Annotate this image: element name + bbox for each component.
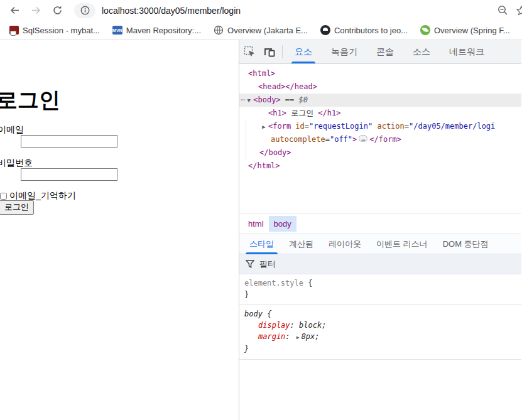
forward-button[interactable] [28, 3, 44, 19]
email-field[interactable] [21, 135, 117, 148]
tree-node-h1[interactable]: <h1> 로그인 </h1> [239, 107, 521, 120]
bookmark-this-button[interactable] [513, 3, 522, 19]
tree-node-body-close[interactable]: </body> [239, 146, 521, 159]
tab-computed[interactable]: 계산됨 [281, 234, 321, 254]
inline-expander-icon[interactable]: … [359, 135, 367, 142]
styles-tabbar: 스타일 계산됨 레이아웃 이벤트 리스너 DOM 중단점 [239, 234, 521, 254]
login-button[interactable]: 로그인 [0, 200, 34, 215]
bookmark-spring-2[interactable]: Overview [519, 23, 522, 38]
devtools-tabbar: 요소 녹음기 콘솔 소스 네트워크 [239, 40, 521, 64]
spring-icon [420, 25, 430, 35]
selected-node-hint: == $0 [285, 95, 308, 104]
remember-email-checkbox[interactable] [0, 193, 7, 200]
bookmark-sqlsession[interactable]: SqlSession - mybat... [5, 23, 104, 38]
indent-guide [246, 133, 246, 146]
page-viewport: 로그인 이메일 비밀번호 이메일_기억하기 로그인 [0, 40, 239, 420]
tabbar-separator [282, 45, 283, 58]
inspect-cursor-icon [244, 46, 256, 58]
tree-node-form-wrap[interactable]: autocomplete="off">…</form> [239, 133, 521, 146]
styles-pane: element.style { } body { display: block;… [239, 274, 521, 420]
reload-button[interactable] [49, 3, 65, 19]
password-label: 비밀번호 [0, 158, 33, 169]
element-style-selector: element.style [244, 279, 308, 288]
tab-network[interactable]: 네트워크 [440, 40, 494, 63]
bookmark-label: Contributors to jeo... [334, 26, 408, 35]
tab-console[interactable]: 콘솔 [367, 40, 403, 63]
indent-guide [246, 146, 246, 159]
tab-layout[interactable]: 레이아웃 [321, 234, 369, 254]
globe-icon [214, 25, 224, 35]
info-icon [80, 6, 90, 15]
github-icon [320, 25, 330, 35]
bookmark-jakarta[interactable]: Overview (Jakarta E... [210, 23, 312, 38]
bookmark-maven[interactable]: MVN Maven Repository:... [109, 23, 205, 38]
bookmark-spring[interactable]: Overview (Spring F... [416, 23, 514, 38]
tree-node-form[interactable]: ▶<form id="requestLogin" action="/day05/… [239, 120, 521, 133]
css-property-display[interactable]: display: block; [244, 320, 516, 331]
browser-toolbar: localhost:3000/day05/member/login [0, 0, 522, 21]
star-icon [516, 5, 522, 16]
bookmark-label: Overview (Jakarta E... [227, 26, 308, 35]
indent-guide [246, 120, 246, 133]
dom-breadcrumbs: html body [239, 213, 521, 234]
collapsed-arrow-icon[interactable]: ▶ [259, 121, 268, 133]
password-field[interactable] [21, 168, 117, 181]
user-agent-body-rule[interactable]: body { display: block; margin: ▶8px; } [239, 305, 521, 360]
tab-recorder[interactable]: 녹음기 [322, 40, 367, 63]
bookmark-github[interactable]: Contributors to jeo... [317, 23, 411, 38]
bookmarks-bar: SqlSession - mybat... MVN Maven Reposito… [0, 21, 522, 40]
email-label: 이메일 [0, 124, 24, 136]
mybatis-icon [9, 25, 19, 35]
maven-icon: MVN [112, 25, 122, 35]
expand-arrow-icon[interactable]: ▼ [244, 94, 253, 107]
zoom-out-icon [498, 5, 508, 16]
site-info-chip[interactable] [74, 3, 95, 18]
tab-dom-breakpoints[interactable]: DOM 중단점 [435, 234, 496, 254]
device-toolbar-icon [263, 46, 276, 58]
tab-elements[interactable]: 요소 [285, 40, 322, 63]
filter-funnel-icon [246, 260, 254, 268]
tab-styles[interactable]: 스타일 [242, 234, 281, 254]
zoom-out-button[interactable] [494, 3, 511, 19]
bookmark-label: Overview (Spring F... [434, 26, 510, 35]
breadcrumb-body[interactable]: body [269, 216, 296, 232]
expand-property-icon[interactable]: ▶ [296, 332, 300, 343]
element-style-rule[interactable]: element.style { } [239, 274, 521, 305]
tree-node-head[interactable]: <head></head> [239, 80, 521, 94]
device-toolbar-button[interactable] [259, 40, 280, 63]
address-bar[interactable]: localhost:3000/day05/member/login [73, 2, 493, 19]
tab-event-listeners[interactable]: 이벤트 리스너 [369, 234, 435, 254]
url-text[interactable]: localhost:3000/day05/member/login [102, 6, 241, 16]
bookmark-label: SqlSession - mybat... [23, 26, 100, 35]
body-rule-selector: body [244, 310, 267, 318]
back-arrow-icon [9, 5, 20, 16]
tree-node-html-close[interactable]: </html> [239, 159, 521, 173]
page-title: 로그인 [0, 86, 60, 115]
devtools-panel: 요소 녹음기 콘솔 소스 네트워크 <html> <head></head> ⋯… [239, 40, 521, 420]
forward-arrow-icon [31, 5, 41, 16]
styles-filter-bar[interactable]: 필터 [239, 254, 521, 274]
tree-node-body-selected[interactable]: ⋯▼<body> == $0 [239, 94, 521, 107]
browser-window: localhost:3000/day05/member/login SqlSes… [0, 0, 522, 420]
filter-placeholder: 필터 [259, 259, 276, 270]
elements-tree: <html> <head></head> ⋯▼<body> == $0 <h1>… [239, 64, 521, 213]
css-property-margin[interactable]: margin: ▶8px; [244, 331, 516, 343]
breadcrumb-html[interactable]: html [243, 216, 269, 232]
tree-node-html-open[interactable]: <html> [239, 67, 521, 80]
bookmark-label: Maven Repository:... [126, 26, 201, 35]
inspect-element-button[interactable] [239, 40, 259, 63]
tab-sources[interactable]: 소스 [403, 40, 440, 63]
reload-icon [52, 5, 63, 16]
back-button[interactable] [6, 3, 23, 19]
